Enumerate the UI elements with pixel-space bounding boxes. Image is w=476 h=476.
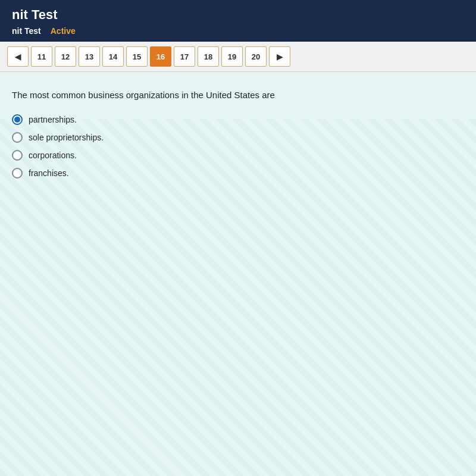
page-btn-13[interactable]: 13 (79, 46, 100, 67)
header-subtitle-row: nit Test Active (12, 26, 464, 42)
option-a-label: partnerships. (29, 115, 77, 124)
option-b-label: sole proprietorships. (29, 133, 104, 142)
radio-d[interactable] (12, 168, 23, 178)
question-container: The most common business organizations i… (0, 72, 476, 190)
page-btn-12[interactable]: 12 (55, 46, 76, 67)
option-a[interactable]: partnerships. (12, 114, 458, 125)
page-btn-19[interactable]: 19 (221, 46, 243, 67)
page-title: nit Test (12, 7, 464, 26)
radio-b[interactable] (12, 132, 23, 143)
page-btn-11[interactable]: 11 (31, 46, 52, 67)
page-btn-15[interactable]: 15 (126, 46, 148, 67)
page-btn-18[interactable]: 18 (198, 46, 219, 67)
page-btn-17[interactable]: 17 (174, 46, 195, 67)
status-badge: Active (51, 26, 76, 36)
pagination-bar: ◀ 11 12 13 14 15 16 17 18 19 20 ▶ (0, 42, 476, 72)
option-b[interactable]: sole proprietorships. (12, 132, 458, 143)
page-header: nit Test nit Test Active (0, 0, 476, 42)
option-c[interactable]: corporations. (12, 150, 458, 161)
radio-inner-a (14, 117, 20, 123)
answer-options: partnerships. sole proprietorships. corp… (12, 114, 458, 178)
page-btn-16[interactable]: 16 (150, 46, 171, 67)
radio-c[interactable] (12, 150, 23, 161)
subtitle-text: nit Test (12, 26, 41, 36)
page-btn-14[interactable]: 14 (102, 46, 124, 67)
page-btn-20[interactable]: 20 (245, 46, 267, 67)
prev-page-button[interactable]: ◀ (7, 46, 29, 67)
option-c-label: corporations. (29, 151, 77, 160)
option-d-label: franchises. (29, 168, 69, 178)
next-page-button[interactable]: ▶ (269, 46, 290, 67)
radio-a[interactable] (12, 114, 23, 125)
option-d[interactable]: franchises. (12, 168, 458, 178)
question-text: The most common business organizations i… (12, 90, 458, 100)
